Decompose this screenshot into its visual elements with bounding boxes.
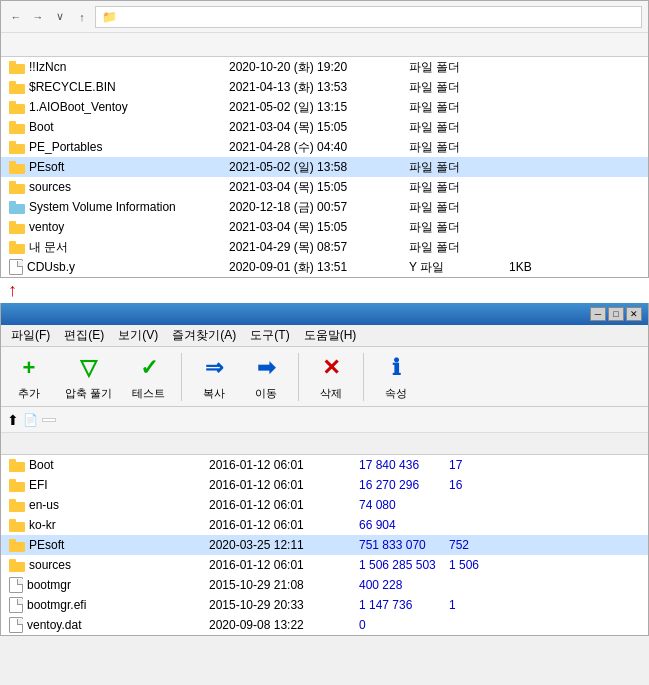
file-type: 파일 폴더 — [401, 159, 501, 176]
archive-file-compressed: 1 506 — [441, 558, 521, 572]
file-name-cell: !!IzNcn — [1, 60, 221, 74]
archive-file-size: 400 228 — [351, 578, 441, 592]
file-name-cell: 내 문서 — [1, 239, 221, 256]
archive-file-size: 66 904 — [351, 518, 441, 532]
archive-file-date: 2016-01-12 06:01 — [201, 498, 351, 512]
table-row[interactable]: CDUsb.y 2020-09-01 (화) 13:51 Y 파일 1KB — [1, 257, 648, 277]
forward-button[interactable]: → — [29, 8, 47, 26]
file-name-cell: PE_Portables — [1, 140, 221, 154]
toolbar-btn-label: 삭제 — [320, 386, 342, 401]
archive-file-compressed: 16 — [441, 478, 521, 492]
table-row[interactable]: PEsoft 2021-05-02 (일) 13:58 파일 폴더 — [1, 157, 648, 177]
table-row[interactable]: sources 2021-03-04 (목) 15:05 파일 폴더 — [1, 177, 648, 197]
table-row[interactable]: Boot 2021-03-04 (목) 15:05 파일 폴더 — [1, 117, 648, 137]
menu-item-a[interactable]: 즐겨찾기(A) — [166, 326, 242, 345]
archive-file-compressed: 17 — [441, 458, 521, 472]
archive-path-text[interactable] — [42, 418, 56, 422]
folder-icon — [9, 200, 25, 214]
archive-item-icon — [9, 597, 23, 613]
file-name: 1.AIOBoot_Ventoy — [29, 100, 128, 114]
toolbar-btn-copy[interactable]: ⇒ 복사 — [192, 350, 236, 403]
archive-back-icon[interactable]: ⬆ — [7, 412, 19, 428]
archive-file-name-cell: Boot — [1, 458, 201, 472]
table-row[interactable]: $RECYCLE.BIN 2021-04-13 (화) 13:53 파일 폴더 — [1, 77, 648, 97]
menu-item-h[interactable]: 도움말(H) — [298, 326, 363, 345]
archive-file-date: 2015-10-29 21:08 — [201, 578, 351, 592]
table-row[interactable]: PEsoft 2020-03-25 12:11 751 833 070 752 — [1, 535, 648, 555]
archive-folder-icon: 📄 — [23, 413, 38, 427]
table-row[interactable]: Boot 2016-01-12 06:01 17 840 436 17 — [1, 455, 648, 475]
table-row[interactable]: 1.AIOBoot_Ventoy 2021-05-02 (일) 13:15 파일… — [1, 97, 648, 117]
annotation-bar: ↑ — [0, 278, 649, 303]
archive-item-icon — [9, 458, 25, 472]
table-row[interactable]: sources 2016-01-12 06:01 1 506 285 503 1… — [1, 555, 648, 575]
archive-file-size: 1 147 736 — [351, 598, 441, 612]
archive-file-name-cell: bootmgr.efi — [1, 597, 201, 613]
minimize-button[interactable]: ─ — [590, 307, 606, 321]
file-type: 파일 폴더 — [401, 179, 501, 196]
table-row[interactable]: bootmgr.efi 2015-10-29 20:33 1 147 736 1 — [1, 595, 648, 615]
column-header — [1, 33, 648, 57]
table-row[interactable]: ventoy 2021-03-04 (목) 15:05 파일 폴더 — [1, 217, 648, 237]
archive-item-icon — [9, 617, 23, 633]
menu-item-e[interactable]: 편집(E) — [58, 326, 110, 345]
table-row[interactable]: bootmgr 2015-10-29 21:08 400 228 — [1, 575, 648, 595]
menu-item-t[interactable]: 도구(T) — [244, 326, 295, 345]
close-button[interactable]: ✕ — [626, 307, 642, 321]
archive-window: ─ □ ✕ 파일(F)편집(E)보기(V)즐겨찾기(A)도구(T)도움말(H) … — [0, 303, 649, 636]
table-row[interactable]: PE_Portables 2021-04-28 (수) 04:40 파일 폴더 — [1, 137, 648, 157]
table-row[interactable]: ko-kr 2016-01-12 06:01 66 904 — [1, 515, 648, 535]
file-date: 2020-09-01 (화) 13:51 — [221, 259, 401, 276]
file-name-cell: $RECYCLE.BIN — [1, 80, 221, 94]
archive-file-name: PEsoft — [29, 538, 64, 552]
table-row[interactable]: ventoy.dat 2020-09-08 13:22 0 — [1, 615, 648, 635]
toolbar-btn-plus[interactable]: + 추가 — [7, 350, 51, 403]
archive-file-date: 2020-09-08 13:22 — [201, 618, 351, 632]
delete-icon: ✕ — [315, 352, 347, 384]
back-button[interactable]: ← — [7, 8, 25, 26]
table-row[interactable]: en-us 2016-01-12 06:01 74 080 — [1, 495, 648, 515]
menu-item-f[interactable]: 파일(F) — [5, 326, 56, 345]
toolbar-btn-delete[interactable]: ✕ 삭제 — [309, 350, 353, 403]
archive-file-size: 74 080 — [351, 498, 441, 512]
folder-icon — [9, 259, 23, 275]
test-icon: ✓ — [133, 352, 165, 384]
archive-file-size: 751 833 070 — [351, 538, 441, 552]
file-name-cell: sources — [1, 180, 221, 194]
address-path[interactable]: 📁 — [95, 6, 642, 28]
archive-item-icon — [9, 498, 25, 512]
archive-file-size: 17 840 436 — [351, 458, 441, 472]
archive-file-name-cell: sources — [1, 558, 201, 572]
toolbar-btn-move[interactable]: ➡ 이동 — [244, 350, 288, 403]
archive-file-name: EFI — [29, 478, 48, 492]
file-type: 파일 폴더 — [401, 79, 501, 96]
toolbar-btn-test[interactable]: ✓ 테스트 — [126, 350, 171, 403]
toolbar-btn-label: 속성 — [385, 386, 407, 401]
archive-file-name: en-us — [29, 498, 59, 512]
folder-icon — [9, 100, 25, 114]
extract-icon: ▽ — [73, 352, 105, 384]
window-controls: ─ □ ✕ — [590, 307, 642, 321]
archive-file-date: 2016-01-12 06:01 — [201, 478, 351, 492]
file-name-cell: Boot — [1, 120, 221, 134]
archive-file-size: 0 — [351, 618, 441, 632]
down-button[interactable]: ∨ — [51, 8, 69, 26]
table-row[interactable]: !!IzNcn 2020-10-20 (화) 19:20 파일 폴더 — [1, 57, 648, 77]
file-name: PEsoft — [29, 160, 64, 174]
up-button[interactable]: ↑ — [73, 8, 91, 26]
table-row[interactable]: System Volume Information 2020-12-18 (금)… — [1, 197, 648, 217]
toolbar-btn-info[interactable]: ℹ 속성 — [374, 350, 418, 403]
archive-file-name: bootmgr.efi — [27, 598, 86, 612]
table-row[interactable]: EFI 2016-01-12 06:01 16 270 296 16 — [1, 475, 648, 495]
archive-item-icon — [9, 577, 23, 593]
folder-icon — [9, 160, 25, 174]
archive-file-name-cell: ko-kr — [1, 518, 201, 532]
move-icon: ➡ — [250, 352, 282, 384]
toolbar-btn-extract[interactable]: ▽ 압축 풀기 — [59, 350, 118, 403]
archive-file-name-cell: PEsoft — [1, 538, 201, 552]
table-row[interactable]: 내 문서 2021-04-29 (목) 08:57 파일 폴더 — [1, 237, 648, 257]
folder-icon — [9, 240, 25, 254]
menu-item-v[interactable]: 보기(V) — [112, 326, 164, 345]
toolbar-separator — [298, 353, 299, 401]
maximize-button[interactable]: □ — [608, 307, 624, 321]
